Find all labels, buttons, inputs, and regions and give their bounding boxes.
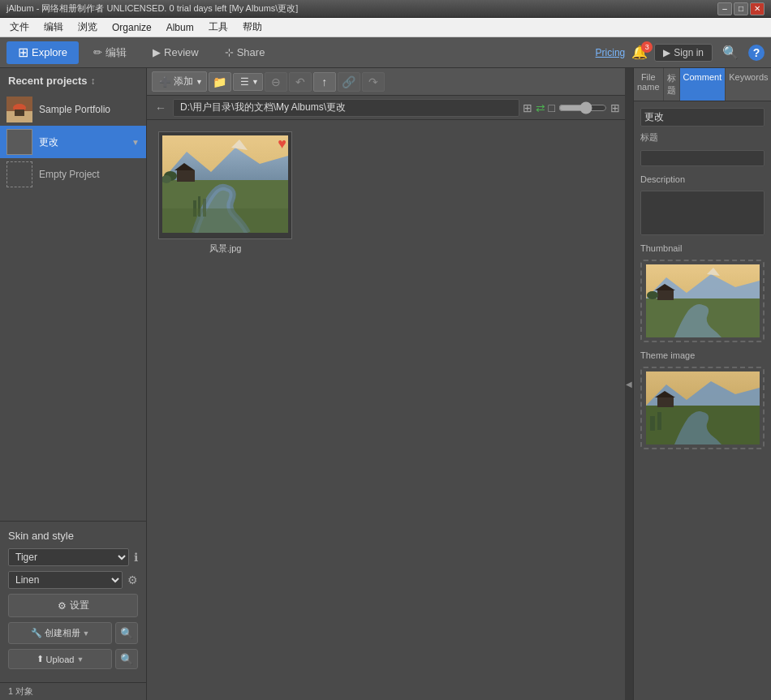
- expand-arrow-icon[interactable]: ▼: [131, 138, 140, 147]
- top-bar: ⊞ Explore ✏ 编辑 ▶ Review ⊹ Share Pricing …: [0, 37, 771, 68]
- project-item-sample[interactable]: Sample Portfolio: [0, 93, 146, 126]
- signin-label: Sign in: [674, 47, 704, 58]
- file-view: ♥ 风景.jpg: [147, 120, 625, 700]
- publish-button[interactable]: ↑: [313, 72, 336, 92]
- tab-edit[interactable]: ✏ 编辑: [82, 41, 138, 64]
- upload-row: ⬆ Upload ▼ 🔍: [8, 649, 138, 669]
- signin-button[interactable]: ▶ Sign in: [654, 44, 713, 62]
- svg-rect-15: [162, 208, 288, 233]
- create-album-button[interactable]: 🔧 创建相册 ▼: [8, 622, 112, 644]
- right-tab-filename[interactable]: File name: [634, 68, 664, 101]
- search-button[interactable]: 🔍: [719, 43, 742, 62]
- address-icons: ⊞ ⇄ □ ⊞: [523, 101, 620, 114]
- tab-share[interactable]: ⊹ Share: [213, 41, 277, 64]
- menu-organize[interactable]: Organize: [106, 20, 158, 35]
- add-label: 添加: [174, 75, 193, 88]
- theme-image-box: [640, 367, 765, 449]
- minimize-button[interactable]: –: [717, 2, 732, 15]
- search-icon: 🔍: [120, 627, 133, 639]
- title-bar: jAlbum - 网络相册制作者 UNLICENSED. 0 trial day…: [0, 0, 771, 18]
- add-button[interactable]: ➕ 添加 ▼: [152, 71, 207, 92]
- publish-icon: ↑: [321, 75, 327, 88]
- action-dropdown-arrow: ▼: [252, 78, 259, 86]
- thumbnail-image: [646, 264, 760, 337]
- pricing-link[interactable]: Pricing: [596, 47, 626, 58]
- nav-back-button[interactable]: ←: [152, 100, 170, 116]
- rotate-left-button[interactable]: ↶: [289, 72, 312, 92]
- right-panel-content: 更改 标题 Description Thumbnail: [634, 101, 771, 700]
- comment-tab-label: Comment: [683, 72, 722, 82]
- right-tab-biaoti[interactable]: 标题: [664, 68, 680, 101]
- right-tab-comment[interactable]: Comment: [680, 68, 726, 101]
- update-project-label: 更改: [39, 135, 125, 149]
- svg-rect-26: [650, 416, 655, 431]
- remove-icon: ⊖: [271, 75, 281, 88]
- link-button[interactable]: 🔗: [338, 72, 360, 92]
- upload-search-button[interactable]: 🔍: [115, 649, 138, 669]
- settings-label: 设置: [70, 599, 89, 612]
- project-item-empty[interactable]: Empty Project: [0, 158, 146, 191]
- menu-edit[interactable]: 编辑: [37, 19, 70, 36]
- maximize-button[interactable]: □: [734, 2, 748, 15]
- description-textarea[interactable]: [640, 191, 765, 235]
- file-item-landscape[interactable]: ♥ 风景.jpg: [155, 128, 295, 258]
- title-value[interactable]: 更改: [640, 108, 765, 127]
- skin-dropdown[interactable]: Tiger Default Clean: [8, 548, 129, 566]
- right-panel-collapse-handle[interactable]: ◀: [625, 68, 633, 700]
- upload-label: Upload: [46, 655, 75, 664]
- address-input[interactable]: [173, 99, 519, 117]
- theme-image: [646, 371, 760, 444]
- skin-select-row: Tiger Default Clean ℹ: [8, 548, 138, 566]
- filter-icon[interactable]: ⊞: [523, 101, 532, 114]
- action-icon: ☰: [240, 76, 249, 88]
- remove-button[interactable]: ⊖: [265, 72, 287, 92]
- recent-projects-header: Recent projects ↕: [0, 68, 146, 93]
- subtitle-value[interactable]: [640, 150, 765, 166]
- help-button[interactable]: ?: [748, 45, 765, 61]
- create-album-search-button[interactable]: 🔍: [115, 622, 138, 644]
- view-icon[interactable]: □: [549, 101, 555, 114]
- style-gear-icon[interactable]: ⚙: [127, 573, 138, 586]
- landscape-thumbnail: [162, 135, 288, 233]
- collapse-chevron-icon: ◀: [626, 380, 632, 389]
- create-album-row: 🔧 创建相册 ▼ 🔍: [8, 622, 138, 644]
- menu-browse[interactable]: 浏览: [71, 19, 104, 36]
- upload-button[interactable]: ⬆ Upload ▼: [8, 649, 112, 669]
- action-dropdown-button[interactable]: ☰ ▼: [233, 73, 263, 91]
- style-dropdown[interactable]: Linen Dark Light: [8, 571, 123, 589]
- theme-image-label: Theme image: [640, 350, 765, 360]
- redo-button[interactable]: ↷: [362, 72, 385, 92]
- tab-review[interactable]: ▶ Review: [141, 41, 210, 64]
- zoom-out-icon[interactable]: ⊞: [610, 101, 620, 114]
- project-item-update[interactable]: 更改 ▼: [0, 126, 146, 158]
- sync-icon[interactable]: ⇄: [536, 101, 545, 114]
- menu-tools[interactable]: 工具: [202, 19, 235, 36]
- sidebar: Recent projects ↕ Sample Portfolio 更改 ▼: [0, 68, 147, 700]
- folder-button[interactable]: 📁: [209, 72, 231, 92]
- close-button[interactable]: ✕: [750, 2, 765, 15]
- skin-info-icon[interactable]: ℹ: [134, 551, 138, 564]
- settings-gear-icon: ⚙: [58, 600, 67, 612]
- explore-grid-icon: ⊞: [18, 45, 28, 60]
- menu-help[interactable]: 帮助: [236, 19, 269, 36]
- settings-button[interactable]: ⚙ 设置: [8, 594, 138, 617]
- menu-album[interactable]: Album: [160, 20, 200, 35]
- window-controls: – □ ✕: [717, 2, 765, 15]
- folder-icon: 📁: [213, 75, 226, 88]
- right-tab-keywords[interactable]: Keywords: [726, 68, 771, 101]
- sub-toolbar: ➕ 添加 ▼ 📁 ☰ ▼ ⊖ ↶ ↑: [147, 68, 625, 96]
- address-bar: ← ⊞ ⇄ □ ⊞: [147, 96, 625, 120]
- sort-icon[interactable]: ↕: [91, 75, 96, 87]
- tab-explore[interactable]: ⊞ Explore: [6, 41, 79, 64]
- empty-project-icon: [6, 161, 32, 187]
- skin-panel: Skin and style Tiger Default Clean ℹ Lin…: [0, 521, 146, 682]
- menu-file[interactable]: 文件: [3, 19, 36, 36]
- notification-button[interactable]: 🔔 3: [631, 45, 648, 60]
- style-select-row: Linen Dark Light ⚙: [8, 571, 138, 589]
- biaoti-tab-label: 标题: [667, 73, 676, 95]
- top-bar-right: Pricing 🔔 3 ▶ Sign in 🔍 ?: [596, 43, 765, 62]
- favorite-heart-icon: ♥: [278, 135, 286, 152]
- zoom-slider[interactable]: [558, 101, 607, 114]
- signin-arrow-icon: ▶: [663, 47, 670, 58]
- link-icon: 🔗: [342, 75, 355, 88]
